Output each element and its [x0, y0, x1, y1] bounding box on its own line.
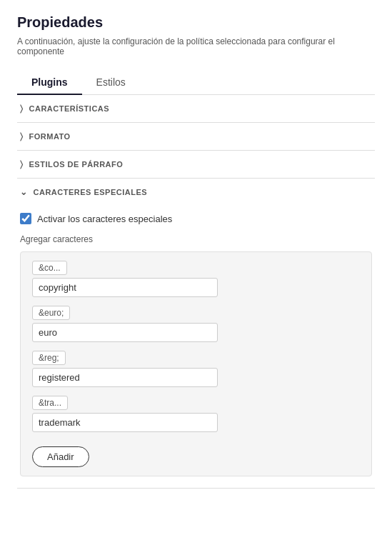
accordion-label-estilos-parrafo: ESTILOS DE PÁRRAFO [29, 160, 124, 169]
char-actions-2 [343, 376, 360, 379]
chevron-right-icon: 〉 [20, 131, 24, 141]
accordion-header-estilos-parrafo[interactable]: 〉 ESTILOS DE PÁRRAFO [17, 151, 375, 178]
char-badge-2: &reg; [32, 351, 66, 365]
char-input-0[interactable] [32, 278, 218, 297]
char-badge-0: &co... [32, 261, 67, 275]
delete-char-3-button[interactable] [343, 421, 348, 424]
accordion-content-caracteres-especiales: Activar los caracteres especiales Agrega… [17, 206, 375, 488]
accordion-estilos-parrafo: 〉 ESTILOS DE PÁRRAFO [17, 151, 375, 179]
delete-char-2-button[interactable] [343, 376, 348, 379]
char-input-2[interactable] [32, 368, 218, 387]
move-char-2-button[interactable] [354, 376, 360, 379]
delete-char-1-button[interactable] [343, 331, 348, 334]
char-row-2 [32, 368, 360, 387]
page-title: Propiedades [17, 14, 375, 31]
char-badge-3: &tra... [32, 396, 68, 410]
enable-special-chars-checkbox[interactable] [20, 213, 31, 224]
add-char-button[interactable]: Añadir [32, 446, 89, 467]
char-item-1: &euro; [32, 306, 360, 342]
accordion-caracteristicas: 〉 CARACTERÍSTICAS [17, 95, 375, 123]
page-subtitle: A continuación, ajuste la configuración … [17, 36, 375, 56]
char-row-0 [32, 278, 360, 297]
char-input-3[interactable] [32, 413, 218, 432]
char-input-1[interactable] [32, 323, 218, 342]
char-item-0: &co... [32, 261, 360, 297]
add-section-label: Agregar caracteres [20, 234, 372, 244]
char-row-3 [32, 413, 360, 432]
chevron-down-icon: ⌄ [20, 187, 28, 197]
accordion-header-caracteres-especiales[interactable]: ⌄ CARACTERES ESPECIALES [17, 179, 375, 206]
accordion-header-formato[interactable]: 〉 FORMATO [17, 123, 375, 150]
chevron-right-icon: 〉 [20, 159, 24, 169]
accordion-label-caracteristicas: CARACTERÍSTICAS [29, 104, 110, 113]
accordion-caracteres-especiales: ⌄ CARACTERES ESPECIALES Activar los cara… [17, 179, 375, 489]
characters-list: &co... [20, 251, 372, 476]
enable-special-chars-label: Activar los caracteres especiales [37, 214, 172, 224]
char-actions-3 [343, 421, 360, 424]
tab-plugins[interactable]: Plugins [17, 71, 82, 95]
accordion-header-caracteristicas[interactable]: 〉 CARACTERÍSTICAS [17, 95, 375, 122]
accordion-formato: 〉 FORMATO [17, 123, 375, 151]
chevron-right-icon: 〉 [20, 104, 24, 114]
char-badge-1: &euro; [32, 306, 70, 320]
move-char-0-button[interactable] [354, 286, 360, 289]
char-item-2: &reg; [32, 351, 360, 387]
accordion-label-formato: FORMATO [29, 132, 71, 141]
move-char-3-button[interactable] [354, 421, 360, 424]
delete-char-0-button[interactable] [343, 286, 348, 289]
tab-estilos[interactable]: Estilos [82, 71, 140, 95]
char-row-1 [32, 323, 360, 342]
char-actions-0 [343, 286, 360, 289]
enable-special-chars-row: Activar los caracteres especiales [20, 213, 372, 224]
char-item-3: &tra... [32, 396, 360, 432]
tabs-container: Plugins Estilos [17, 71, 375, 95]
accordion-label-caracteres-especiales: CARACTERES ESPECIALES [34, 188, 148, 196]
move-char-1-button[interactable] [354, 331, 360, 334]
char-actions-1 [343, 331, 360, 334]
